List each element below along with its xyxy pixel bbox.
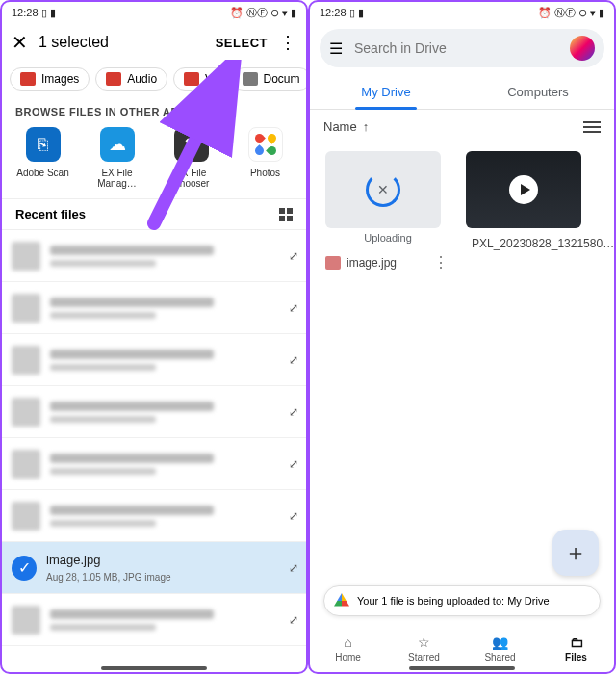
shared-icon: 👥 bbox=[472, 635, 529, 650]
recent-files-list[interactable]: ⤢ ⤢ ⤢ ⤢ ⤢ ⤢ ✓ image.jpg Aug 28, 1.05 MB,… bbox=[2, 229, 306, 646]
drive-items-grid: Uploading image.jpg ⋮ PXL_20230828_13215… bbox=[310, 143, 614, 279]
browse-apps-label: BROWSE FILES IN OTHER APPS bbox=[2, 96, 306, 123]
expand-icon[interactable]: ⤢ bbox=[289, 509, 296, 523]
chip-video[interactable]: Vi bbox=[173, 67, 225, 91]
recent-files-header: Recent files bbox=[2, 198, 306, 229]
expand-icon[interactable]: ⤢ bbox=[289, 613, 296, 627]
view-list-icon[interactable] bbox=[583, 121, 601, 133]
more-icon[interactable]: ⋮ bbox=[279, 32, 296, 53]
play-icon bbox=[509, 175, 538, 204]
sort-row: Name ↑ bbox=[310, 110, 614, 143]
drive-item-uploading[interactable]: Uploading image.jpg ⋮ bbox=[325, 151, 450, 272]
expand-icon[interactable]: ⤢ bbox=[289, 405, 296, 419]
file-name: PXL_20230828_1321580… bbox=[472, 237, 614, 250]
list-item-selected[interactable]: ✓ image.jpg Aug 28, 1.05 MB, JPG image ⤢ bbox=[2, 542, 306, 594]
drive-screen: 12:28 ▯ ▮ ⏰ ⓃⒻ ⊝ ▾ ▮ ☰ My Drive Computer… bbox=[308, 0, 616, 674]
expand-icon[interactable]: ⤢ bbox=[289, 457, 296, 471]
list-item[interactable]: ⤢ bbox=[2, 594, 306, 646]
upload-toast: Your 1 file is being uploaded to: My Dri… bbox=[323, 585, 601, 616]
item-more-icon[interactable]: ⋮ bbox=[431, 253, 450, 272]
toast-text: Your 1 file is being uploaded to: My Dri… bbox=[357, 595, 550, 607]
expand-icon[interactable]: ⤢ bbox=[289, 561, 296, 575]
video-thumb bbox=[466, 151, 581, 228]
folder-icon: 🗀 bbox=[548, 635, 605, 650]
fx-file-icon: ✖ bbox=[174, 127, 209, 162]
bottom-nav: ⌂Home ☆Starred 👥Shared 🗀Files bbox=[310, 629, 614, 664]
upload-cancel-icon[interactable] bbox=[366, 172, 400, 207]
star-icon: ☆ bbox=[396, 635, 453, 650]
expand-icon[interactable]: ⤢ bbox=[289, 301, 296, 315]
sort-arrow-icon: ↑ bbox=[363, 119, 370, 134]
upload-caption: Uploading bbox=[325, 232, 450, 244]
close-icon[interactable]: ✕ bbox=[12, 31, 38, 54]
app-fx-file[interactable]: ✖FX File Chooser bbox=[158, 127, 225, 189]
other-apps-row: ⎘Adobe Scan ☁EX File Manag… ✖FX File Cho… bbox=[2, 123, 306, 198]
adobe-scan-icon: ⎘ bbox=[26, 127, 61, 162]
status-time: 12:28 bbox=[320, 7, 346, 18]
select-button[interactable]: SELECT bbox=[216, 36, 268, 50]
ex-file-icon: ☁ bbox=[100, 127, 135, 162]
home-icon: ⌂ bbox=[320, 635, 377, 650]
list-item[interactable]: ⤢ bbox=[2, 490, 306, 542]
images-icon bbox=[20, 72, 36, 86]
document-icon bbox=[243, 72, 258, 86]
chip-images[interactable]: Images bbox=[10, 67, 90, 91]
list-item[interactable]: ⤢ bbox=[2, 230, 306, 282]
picker-header: ✕ 1 selected SELECT ⋮ bbox=[2, 23, 306, 62]
search-input[interactable] bbox=[354, 40, 570, 56]
drive-item-video[interactable]: PXL_20230828_1321580… ⋮ bbox=[466, 151, 591, 272]
drive-icon bbox=[334, 593, 349, 609]
tab-my-drive[interactable]: My Drive bbox=[310, 73, 462, 109]
expand-icon[interactable]: ⤢ bbox=[289, 249, 296, 263]
file-picker-screen: 12:28 ▯ ▮ ⏰ ⓃⒻ ⊝ ▾ ▮ ✕ 1 selected SELECT… bbox=[0, 0, 308, 674]
gesture-bar bbox=[409, 666, 515, 670]
status-time: 12:28 bbox=[12, 7, 38, 18]
filter-chips: Images Audio Vi Docum bbox=[2, 62, 306, 96]
nav-shared[interactable]: 👥Shared bbox=[472, 635, 529, 662]
status-bar: 12:28 ▯ ▮ ⏰ ⓃⒻ ⊝ ▾ ▮ bbox=[2, 2, 306, 23]
chip-audio[interactable]: Audio bbox=[95, 67, 167, 91]
nav-starred[interactable]: ☆Starred bbox=[396, 635, 453, 662]
image-file-icon bbox=[325, 256, 341, 270]
app-ex-file[interactable]: ☁EX File Manag… bbox=[84, 127, 151, 189]
recent-label: Recent files bbox=[15, 207, 86, 221]
nav-files[interactable]: 🗀Files bbox=[548, 635, 605, 662]
menu-icon[interactable]: ☰ bbox=[329, 39, 343, 58]
app-adobe-scan[interactable]: ⎘Adobe Scan bbox=[10, 127, 77, 189]
status-bar: 12:28 ▯ ▮ ⏰ ⓃⒻ ⊝ ▾ ▮ bbox=[310, 2, 614, 23]
check-icon: ✓ bbox=[12, 556, 37, 581]
new-fab[interactable]: ＋ bbox=[552, 530, 599, 576]
list-item[interactable]: ⤢ bbox=[2, 334, 306, 386]
file-name: image.jpg bbox=[346, 256, 425, 270]
audio-icon bbox=[106, 72, 121, 86]
chip-documents[interactable]: Docum bbox=[232, 67, 306, 91]
tab-computers[interactable]: Computers bbox=[462, 73, 614, 109]
gesture-bar bbox=[101, 666, 207, 670]
list-item[interactable]: ⤢ bbox=[2, 438, 306, 490]
sort-button[interactable]: Name ↑ bbox=[323, 119, 369, 134]
file-meta: Aug 28, 1.05 MB, JPG image bbox=[46, 572, 289, 583]
drive-tabs: My Drive Computers bbox=[310, 73, 614, 110]
selection-count: 1 selected bbox=[38, 34, 216, 51]
nav-home[interactable]: ⌂Home bbox=[320, 635, 377, 662]
file-name: image.jpg bbox=[46, 553, 289, 567]
expand-icon[interactable]: ⤢ bbox=[289, 353, 296, 367]
status-left-icons: ▯ ▮ bbox=[41, 7, 56, 18]
status-right-icons: ⏰ ⓃⒻ ⊝ ▾ ▮ bbox=[230, 7, 296, 18]
upload-thumb bbox=[325, 151, 441, 228]
video-icon bbox=[184, 72, 199, 86]
view-grid-icon[interactable] bbox=[279, 208, 293, 221]
app-photos[interactable]: Photos bbox=[232, 127, 299, 189]
list-item[interactable]: ⤢ bbox=[2, 282, 306, 334]
photos-icon bbox=[248, 127, 283, 162]
list-item[interactable]: ⤢ bbox=[2, 386, 306, 438]
account-avatar[interactable] bbox=[570, 36, 595, 61]
search-bar[interactable]: ☰ bbox=[320, 29, 604, 67]
sort-by: Name bbox=[323, 119, 357, 134]
